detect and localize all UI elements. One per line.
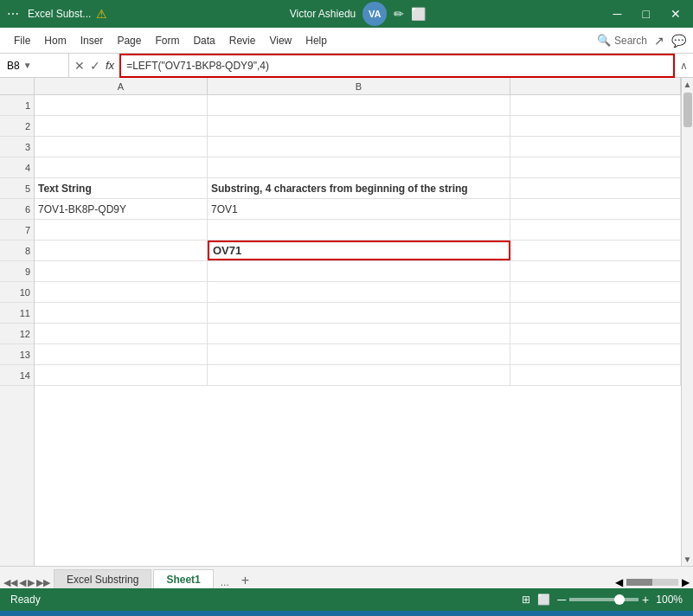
cell-a10[interactable]: [35, 282, 208, 302]
tab-sheet1[interactable]: Sheet1: [153, 569, 213, 588]
tab-nav-first[interactable]: ◀◀: [3, 577, 17, 588]
cell-c3[interactable]: [510, 137, 681, 157]
menu-review[interactable]: Revie: [222, 31, 263, 50]
horizontal-scrollbar[interactable]: ◀ ▶: [615, 576, 690, 588]
cell-a11[interactable]: [35, 303, 208, 323]
row-num-14[interactable]: 14: [0, 365, 34, 386]
cell-c11[interactable]: [510, 303, 681, 323]
cell-a14[interactable]: [35, 365, 208, 385]
formula-expand-icon[interactable]: ∧: [675, 60, 693, 72]
col-header-a[interactable]: A: [35, 78, 208, 94]
cell-b7[interactable]: [208, 220, 510, 240]
zoom-minus-button[interactable]: ─: [557, 593, 566, 606]
comment-icon[interactable]: 💬: [671, 34, 686, 48]
share-icon[interactable]: ↗: [654, 34, 664, 48]
row-num-5[interactable]: 5: [0, 178, 34, 199]
row-num-8[interactable]: 8: [0, 241, 34, 261]
tab-excel-substring[interactable]: Excel Substring: [54, 569, 151, 588]
row-num-2[interactable]: 2: [0, 116, 34, 137]
cell-b11[interactable]: [208, 303, 510, 323]
cell-b5[interactable]: Substring, 4 characters from beginning o…: [208, 178, 510, 198]
row-num-3[interactable]: 3: [0, 137, 34, 157]
row-num-11[interactable]: 11: [0, 303, 34, 324]
cell-a4[interactable]: [35, 157, 208, 177]
cell-c1[interactable]: [510, 95, 681, 115]
cell-a1[interactable]: [35, 95, 208, 115]
tab-nav-last[interactable]: ▶▶: [36, 577, 50, 588]
cell-b8[interactable]: OV71: [208, 241, 510, 260]
cell-a7[interactable]: [35, 220, 208, 240]
row-num-6[interactable]: 6: [0, 199, 34, 220]
grid-view-icon[interactable]: ⊞: [522, 594, 530, 606]
cell-c6[interactable]: [510, 199, 681, 219]
cell-b13[interactable]: [208, 344, 510, 364]
row-num-1[interactable]: 1: [0, 95, 34, 116]
tab-nav-next[interactable]: ▶: [28, 577, 35, 588]
cell-reference-box[interactable]: B8 ▼: [0, 54, 69, 78]
cell-a12[interactable]: [35, 324, 208, 343]
cell-b9[interactable]: [208, 261, 510, 281]
scroll-up-arrow[interactable]: ▲: [682, 78, 693, 91]
cell-b12[interactable]: [208, 324, 510, 343]
hscroll-right-arrow[interactable]: ▶: [682, 576, 690, 588]
cell-b2[interactable]: [208, 116, 510, 136]
zoom-plus-button[interactable]: +: [642, 593, 649, 606]
col-header-b[interactable]: B: [208, 78, 510, 94]
row-num-13[interactable]: 13: [0, 344, 34, 365]
row-num-12[interactable]: 12: [0, 324, 34, 344]
row-num-9[interactable]: 9: [0, 261, 34, 282]
cell-a3[interactable]: [35, 137, 208, 157]
cell-c10[interactable]: [510, 282, 681, 302]
confirm-formula-icon[interactable]: ✓: [90, 59, 100, 73]
hscroll-left-arrow[interactable]: ◀: [615, 576, 623, 588]
search-box[interactable]: 🔍 Search: [597, 34, 647, 47]
close-button[interactable]: ✕: [665, 7, 686, 21]
cell-a6[interactable]: 7OV1-BK8P-QD9Y: [35, 199, 208, 219]
zoom-slider[interactable]: [569, 598, 638, 601]
cancel-formula-icon[interactable]: ✕: [74, 59, 85, 73]
menu-form[interactable]: Form: [148, 31, 186, 50]
menu-help[interactable]: Help: [298, 31, 334, 50]
cell-a5[interactable]: Text String: [35, 178, 208, 198]
cell-b4[interactable]: [208, 157, 510, 177]
row-num-7[interactable]: 7: [0, 220, 34, 241]
cell-c8[interactable]: [510, 241, 681, 260]
vertical-scrollbar[interactable]: ▲ ▼: [681, 78, 693, 566]
cell-c14[interactable]: [510, 365, 681, 385]
cell-a2[interactable]: [35, 116, 208, 136]
formula-input[interactable]: [119, 54, 675, 78]
cell-b6[interactable]: 7OV1: [208, 199, 510, 219]
scroll-down-arrow[interactable]: ▼: [682, 553, 693, 566]
cell-c2[interactable]: [510, 116, 681, 136]
tab-nav-prev[interactable]: ◀: [19, 577, 26, 588]
add-sheet-button[interactable]: +: [234, 573, 256, 588]
cell-a13[interactable]: [35, 344, 208, 364]
menu-page[interactable]: Page: [110, 31, 148, 50]
cell-c12[interactable]: [510, 324, 681, 343]
menu-data[interactable]: Data: [186, 31, 221, 50]
cell-b1[interactable]: [208, 95, 510, 115]
cell-a8[interactable]: [35, 241, 208, 260]
menu-file[interactable]: File: [7, 31, 37, 50]
cell-c13[interactable]: [510, 344, 681, 364]
row-num-4[interactable]: 4: [0, 157, 34, 178]
maximize-button[interactable]: □: [638, 7, 655, 21]
cell-c5[interactable]: [510, 178, 681, 198]
cell-ref-dropdown[interactable]: ▼: [23, 61, 32, 70]
row-num-10[interactable]: 10: [0, 282, 34, 303]
cell-c9[interactable]: [510, 261, 681, 281]
cell-c4[interactable]: [510, 157, 681, 177]
cell-c7[interactable]: [510, 220, 681, 240]
menu-home[interactable]: Hom: [37, 31, 73, 50]
scroll-thumb[interactable]: [683, 93, 692, 127]
cell-b14[interactable]: [208, 365, 510, 385]
cell-b3[interactable]: [208, 137, 510, 157]
col-header-c[interactable]: [510, 78, 681, 94]
menu-insert[interactable]: Inser: [74, 31, 111, 50]
page-view-icon[interactable]: ⬜: [537, 594, 550, 606]
cell-b10[interactable]: [208, 282, 510, 302]
minimize-button[interactable]: ─: [608, 7, 627, 21]
zoom-thumb[interactable]: [614, 594, 625, 605]
menu-view[interactable]: View: [262, 31, 298, 50]
cell-a9[interactable]: [35, 261, 208, 281]
